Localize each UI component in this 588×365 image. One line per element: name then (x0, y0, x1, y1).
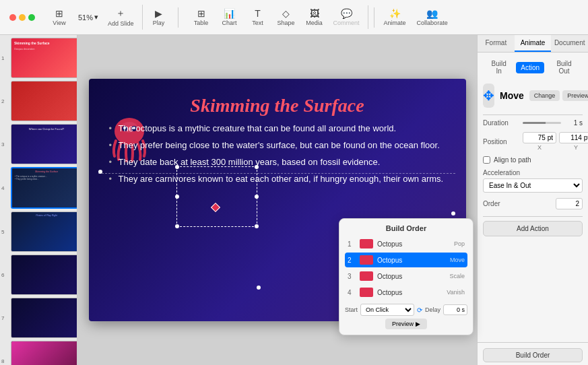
build-order-row-4[interactable]: 4 Octopus Vanish (345, 285, 467, 300)
slide-num-4: 4 (1, 185, 4, 191)
tab-document-label: Document (554, 39, 585, 46)
build-order-action-1: Pop (454, 240, 465, 247)
zoom-control[interactable]: 51% ▾ (74, 10, 102, 24)
view-button[interactable]: ⊞ View (46, 5, 73, 29)
svg-point-15 (362, 288, 370, 294)
close-button[interactable] (9, 14, 16, 21)
action-tab[interactable]: Action (516, 62, 544, 73)
right-panel-content: Build In Action Build Out ✥ Move Change … (478, 53, 588, 342)
build-order-action-3: Scale (449, 273, 465, 279)
build-out-tab[interactable]: Build Out (546, 58, 583, 77)
move-icon: ✥ (483, 88, 494, 104)
pos-y-input[interactable] (559, 132, 588, 143)
shape-button[interactable]: ◇ Shape (273, 5, 300, 29)
shape-label: Shape (277, 20, 295, 26)
tab-document[interactable]: Document (551, 35, 588, 52)
bullet-4: They are carnivores known to eat each ot… (109, 174, 446, 184)
preview-btn[interactable]: Preview ▶ (385, 319, 427, 329)
comment-button[interactable]: 💬 Comment (329, 5, 364, 29)
acceleration-select[interactable]: Ease In & Out (483, 178, 583, 193)
build-in-tab[interactable]: Build In (483, 58, 515, 77)
slide-thumb-4[interactable]: Skimming the Surface • The octopus is a … (11, 167, 77, 209)
animate-label: Animate (384, 20, 406, 26)
duration-slider[interactable] (523, 122, 561, 124)
add-slide-button[interactable]: ＋ Add Slide (104, 5, 138, 30)
pos-x-field: X (523, 132, 556, 151)
slide-thumb-1[interactable]: Skimming the Surface Octopus decoration (11, 38, 77, 78)
shape-icon: ◇ (282, 8, 290, 19)
build-order-thumb-4 (360, 288, 373, 297)
maximize-button[interactable] (28, 14, 35, 21)
slide-thumb-wrapper-2: 2 (3, 81, 74, 121)
path-point-3[interactable] (451, 211, 455, 215)
selection-box (176, 166, 257, 227)
table-button[interactable]: ⊞ Table (188, 5, 215, 29)
handle-mr[interactable] (255, 195, 259, 199)
slide-thumb-8[interactable] (11, 341, 77, 365)
order-input[interactable] (556, 198, 583, 209)
media-button[interactable]: 🖼 Media (301, 5, 328, 29)
add-action-button[interactable]: Add Action (483, 221, 583, 236)
thumb-octopus-1 (360, 239, 373, 248)
pos-x-axis: X (537, 144, 542, 151)
text-button[interactable]: T Text (244, 5, 271, 29)
thumb-octopus-4 (360, 288, 373, 297)
position-label: Position (483, 138, 520, 145)
build-order-footer-button[interactable]: Build Order (483, 348, 583, 362)
path-point-1[interactable] (98, 170, 102, 174)
play-icon: ▶ (155, 8, 162, 19)
slide-num-1: 1 (1, 55, 4, 61)
play-button[interactable]: ▶ Play (145, 5, 172, 29)
sync-icon: ⟳ (417, 306, 422, 314)
tab-animate[interactable]: Animate (515, 35, 552, 52)
slide-thumb-wrapper-4: 4 Skimming the Surface • The octopus is … (3, 167, 74, 209)
zoom-value: 51% (78, 13, 93, 22)
svg-point-14 (362, 271, 370, 278)
build-order-thumb-2 (360, 255, 373, 265)
pos-x-input[interactable] (523, 132, 556, 143)
comment-icon: 💬 (341, 8, 352, 19)
build-order-row-2[interactable]: 2 Octopus Move (345, 253, 467, 267)
handle-tr[interactable] (255, 165, 259, 169)
slide-thumb-5[interactable]: Pirates of Play Right (11, 211, 77, 252)
slide-thumb-7[interactable] (11, 298, 77, 338)
start-select[interactable]: On Click (360, 304, 414, 316)
slide-thumb-6[interactable] (11, 255, 77, 295)
start-delay-row: Start On Click ⟳ Delay (345, 304, 467, 316)
build-order-num-1: 1 (348, 240, 356, 248)
slide-thumb-3[interactable]: Where can Octopi be Found? (11, 124, 77, 164)
slide-thumb-wrapper-6: 6 (3, 255, 74, 295)
build-order-row-3[interactable]: 3 Octopus Scale (345, 269, 467, 284)
handle-bl[interactable] (175, 224, 179, 228)
delay-label: Delay (425, 306, 440, 313)
handle-tl[interactable] (175, 165, 179, 169)
slide-num-2: 2 (1, 98, 4, 104)
preview-button[interactable]: Preview ▶ (562, 90, 588, 101)
slide-thumb-wrapper-5: 5 Pirates of Play Right (3, 211, 74, 252)
align-path-checkbox[interactable] (483, 156, 490, 164)
duration-row: Duration 1 s (483, 119, 583, 127)
build-order-footer: Build Order (478, 342, 588, 365)
handle-br[interactable] (255, 224, 259, 228)
build-order-thumb-3 (360, 271, 373, 281)
media-label: Media (306, 20, 323, 26)
tab-format[interactable]: Format (478, 35, 515, 52)
delay-input[interactable] (443, 304, 467, 315)
handle-ml[interactable] (175, 195, 179, 199)
tab-animate-label: Animate (521, 39, 546, 46)
chart-button[interactable]: 📊 Chart (216, 5, 243, 29)
pos-y-axis: Y (574, 144, 578, 151)
animate-button[interactable]: ✨ Animate (380, 5, 410, 29)
tab-format-label: Format (486, 39, 507, 46)
minimize-button[interactable] (19, 14, 26, 21)
slide-panel[interactable]: 1 Skimming the Surface Octopus decoratio… (0, 35, 77, 365)
text-icon: T (255, 8, 261, 19)
build-order-action-2: Move (450, 257, 465, 263)
start-label: Start (345, 306, 358, 313)
build-order-row-1[interactable]: 1 Octopus Pop (345, 236, 467, 251)
change-button[interactable]: Change (529, 90, 560, 101)
collaborate-icon: 👥 (426, 8, 438, 19)
collaborate-button[interactable]: 👥 Collaborate (413, 5, 452, 29)
slide-thumb-2[interactable] (11, 81, 77, 121)
path-point-2[interactable] (257, 286, 261, 290)
